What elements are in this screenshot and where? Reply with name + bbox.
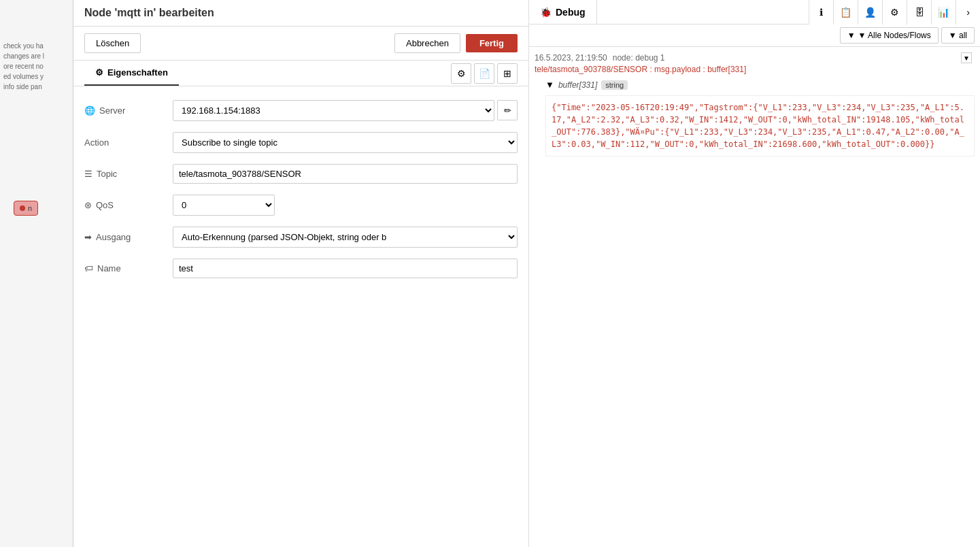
debug-msg-time: 16.5.2023, 21:19:50 xyxy=(535,53,607,63)
form-row-server: 🌐 Server 192.168.1.154:1883 ✏ xyxy=(84,100,518,121)
debug-chart-icon[interactable]: 📊 xyxy=(931,0,956,24)
debug-message: 16.5.2023, 21:19:50 node: debug 1 ▼ tele… xyxy=(529,50,980,77)
loschen-button[interactable]: Löschen xyxy=(84,33,141,53)
server-select[interactable]: 192.168.1.154:1883 xyxy=(173,100,494,121)
ausgang-select[interactable]: Auto-Erkennung (parsed JSON-Objekt, stri… xyxy=(173,227,518,248)
debug-json-content: {"Time":"2023-05-16T20:19:49","Tagstrom"… xyxy=(545,95,975,156)
debug-toolbar: ▼ ▼ Alle Nodes/Flows ▼ all xyxy=(529,24,980,47)
debug-icon: 🐞 xyxy=(540,7,552,18)
ausgang-label: ➡ Ausgang xyxy=(84,232,173,242)
ausgang-control: Auto-Erkennung (parsed JSON-Objekt, stri… xyxy=(173,227,518,248)
name-input[interactable] xyxy=(173,259,518,278)
buffer-label: buffer[331] xyxy=(558,80,597,90)
qos-label: ⊛ QoS xyxy=(84,200,173,210)
debug-panel: 🐞 Debug ℹ 📋 👤 ⚙ 🗄 📊 › ▼ ▼ Alle Nodes/Flo… xyxy=(529,0,980,547)
edit-panel-actions: Löschen Abbrechen Fertig xyxy=(73,27,528,61)
tab-icon-settings[interactable]: ⚙ xyxy=(451,63,471,84)
debug-settings-icon[interactable]: ⚙ xyxy=(882,0,907,24)
form-row-ausgang: ➡ Ausgang Auto-Erkennung (parsed JSON-Ob… xyxy=(84,227,518,248)
topic-input[interactable] xyxy=(173,164,518,184)
name-label: 🏷 Name xyxy=(84,263,173,274)
debug-msg-node: node: debug 1 xyxy=(613,53,665,63)
debug-type-row: ▼ buffer[331] string xyxy=(529,77,980,93)
form-body: 🌐 Server 192.168.1.154:1883 ✏ Action Sub… xyxy=(73,86,528,547)
debug-header-icons: ℹ 📋 👤 ⚙ 🗄 📊 › xyxy=(809,0,980,24)
debug-header: 🐞 Debug ℹ 📋 👤 ⚙ 🗄 📊 › xyxy=(529,0,980,24)
debug-expand-icon[interactable]: › xyxy=(956,0,980,24)
debug-user-icon[interactable]: 👤 xyxy=(858,0,882,24)
canvas-node[interactable]: n xyxy=(14,201,38,216)
action-select[interactable]: Subscribe to single topic xyxy=(173,132,518,153)
edit-panel-title: Node 'mqtt in' bearbeiten xyxy=(84,7,214,19)
debug-info-icon[interactable]: ℹ xyxy=(809,0,833,24)
tabs-row: ⚙ Eigenschaften ⚙ 📄 ⊞ xyxy=(73,61,528,86)
server-control: 192.168.1.154:1883 ✏ xyxy=(173,100,518,121)
debug-title-text: Debug xyxy=(556,7,586,18)
tab-icons: ⚙ 📄 ⊞ xyxy=(451,63,518,84)
name-control xyxy=(173,259,518,278)
form-row-topic: ☰ Topic xyxy=(84,164,518,184)
form-row-name: 🏷 Name xyxy=(84,259,518,278)
debug-msg-header: 16.5.2023, 21:19:50 node: debug 1 ▼ xyxy=(535,52,975,63)
tab-eigenschaften[interactable]: ⚙ Eigenschaften xyxy=(84,61,179,86)
tab-icon-layout[interactable]: ⊞ xyxy=(497,63,518,84)
canvas-node-label: n xyxy=(28,204,32,212)
tab-eigenschaften-label: Eigenschaften xyxy=(107,67,168,78)
action-control: Subscribe to single topic xyxy=(173,132,518,153)
filter-nodes-button[interactable]: ▼ ▼ Alle Nodes/Flows xyxy=(840,27,939,44)
action-label: Action xyxy=(84,137,173,148)
all-button[interactable]: ▼ all xyxy=(941,27,975,44)
debug-db-icon[interactable]: 🗄 xyxy=(907,0,931,24)
fertig-button[interactable]: Fertig xyxy=(466,34,518,52)
debug-content: 16.5.2023, 21:19:50 node: debug 1 ▼ tele… xyxy=(529,47,980,547)
string-badge: string xyxy=(601,80,628,90)
qos-control: 0 xyxy=(173,195,518,216)
qos-select[interactable]: 0 xyxy=(173,195,275,216)
topic-control xyxy=(173,164,518,184)
debug-title: 🐞 Debug xyxy=(529,0,597,24)
debug-msg-path: tele/tasmota_903788/SENSOR : msg.payload… xyxy=(535,65,975,74)
form-row-action: Action Subscribe to single topic xyxy=(84,132,518,153)
abbrechen-button[interactable]: Abbrechen xyxy=(394,33,460,53)
tab-icon-doc[interactable]: 📄 xyxy=(474,63,494,84)
canvas-area: check you ha changes are l ore recent no… xyxy=(0,0,73,547)
topic-label: ☰ Topic xyxy=(84,169,173,179)
globe-icon: 🌐 xyxy=(84,105,95,116)
debug-copy-icon[interactable]: 📋 xyxy=(833,0,858,24)
debug-msg-expand[interactable]: ▼ xyxy=(961,52,972,63)
debug-collapse-icon[interactable]: ▼ xyxy=(545,80,554,90)
filter-icon: ▼ xyxy=(847,31,856,40)
tag-icon: 🏷 xyxy=(84,263,93,274)
filter-label: ▼ Alle Nodes/Flows xyxy=(858,31,931,40)
all-label: ▼ all xyxy=(949,31,967,40)
canvas-info: check you ha changes are l ore recent no… xyxy=(3,41,71,92)
edit-panel: Node 'mqtt in' bearbeiten Löschen Abbrec… xyxy=(73,0,529,547)
arrow-icon: ➡ xyxy=(84,232,92,242)
server-label: 🌐 Server xyxy=(84,105,173,116)
server-edit-button[interactable]: ✏ xyxy=(497,100,518,120)
form-row-qos: ⊛ QoS 0 xyxy=(84,195,518,216)
qos-icon: ⊛ xyxy=(84,200,92,210)
list-icon: ☰ xyxy=(84,169,92,179)
gear-icon: ⚙ xyxy=(95,67,103,78)
edit-panel-header: Node 'mqtt in' bearbeiten xyxy=(73,0,528,27)
